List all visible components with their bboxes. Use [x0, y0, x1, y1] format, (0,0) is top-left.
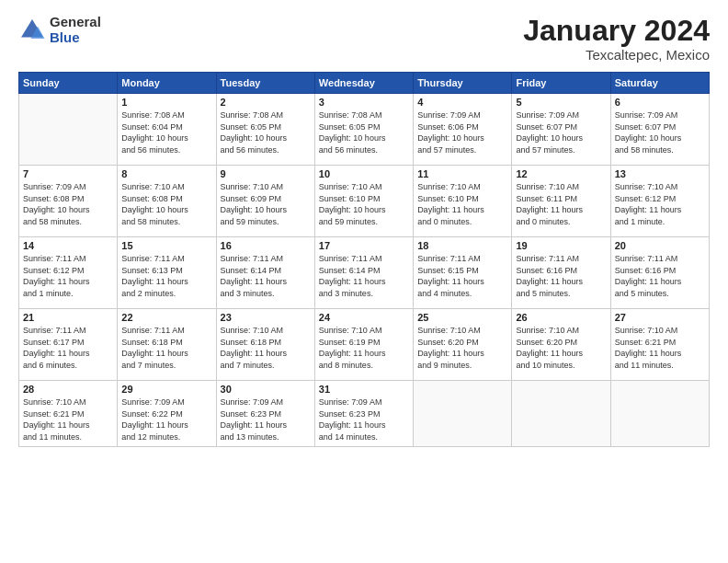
day-info: Sunrise: 7:09 AM Sunset: 6:07 PM Dayligh…: [615, 109, 705, 155]
day-number: 18: [417, 240, 507, 251]
day-number: 23: [221, 312, 311, 323]
day-info: Sunrise: 7:09 AM Sunset: 6:22 PM Dayligh…: [121, 396, 211, 442]
day-number: 14: [23, 240, 113, 251]
day-info: Sunrise: 7:10 AM Sunset: 6:20 PM Dayligh…: [417, 325, 507, 371]
day-cell: 9Sunrise: 7:10 AM Sunset: 6:09 PM Daylig…: [216, 166, 314, 237]
logo: General Blue: [18, 15, 101, 45]
day-number: 3: [319, 97, 409, 108]
calendar-subtitle: Texcaltepec, Mexico: [523, 47, 710, 63]
day-number: 12: [516, 168, 606, 179]
day-number: 11: [417, 168, 507, 179]
day-number: 22: [121, 312, 211, 323]
day-cell: 1Sunrise: 7:08 AM Sunset: 6:04 PM Daylig…: [118, 94, 216, 166]
day-cell: 10Sunrise: 7:10 AM Sunset: 6:10 PM Dayli…: [314, 166, 413, 237]
day-info: Sunrise: 7:11 AM Sunset: 6:13 PM Dayligh…: [121, 253, 211, 299]
day-number: 31: [319, 384, 409, 395]
day-cell: 21Sunrise: 7:11 AM Sunset: 6:17 PM Dayli…: [19, 309, 118, 381]
day-number: 16: [221, 240, 311, 251]
day-info: Sunrise: 7:11 AM Sunset: 6:14 PM Dayligh…: [221, 253, 311, 299]
day-cell: 19Sunrise: 7:11 AM Sunset: 6:16 PM Dayli…: [512, 237, 610, 309]
week-row-5: 28Sunrise: 7:10 AM Sunset: 6:21 PM Dayli…: [19, 381, 710, 446]
title-block: January 2024 Texcaltepec, Mexico: [523, 15, 710, 63]
week-row-4: 21Sunrise: 7:11 AM Sunset: 6:17 PM Dayli…: [19, 309, 710, 381]
col-header-thursday: Thursday: [414, 73, 512, 94]
day-number: 19: [516, 240, 606, 251]
day-cell: [414, 381, 512, 446]
day-info: Sunrise: 7:11 AM Sunset: 6:16 PM Dayligh…: [516, 253, 606, 299]
day-info: Sunrise: 7:09 AM Sunset: 6:07 PM Dayligh…: [516, 109, 606, 155]
day-number: 10: [319, 168, 409, 179]
page: General Blue January 2024 Texcaltepec, M…: [0, 0, 728, 563]
day-info: Sunrise: 7:10 AM Sunset: 6:21 PM Dayligh…: [23, 396, 113, 442]
day-cell: 12Sunrise: 7:10 AM Sunset: 6:11 PM Dayli…: [512, 166, 610, 237]
day-info: Sunrise: 7:11 AM Sunset: 6:15 PM Dayligh…: [417, 253, 507, 299]
day-number: 4: [417, 97, 507, 108]
day-number: 15: [121, 240, 211, 251]
day-info: Sunrise: 7:10 AM Sunset: 6:09 PM Dayligh…: [221, 181, 311, 227]
calendar-header: SundayMondayTuesdayWednesdayThursdayFrid…: [19, 73, 710, 94]
day-number: 29: [121, 384, 211, 395]
week-row-1: 1Sunrise: 7:08 AM Sunset: 6:04 PM Daylig…: [19, 94, 710, 166]
day-info: Sunrise: 7:09 AM Sunset: 6:08 PM Dayligh…: [23, 181, 113, 227]
day-cell: 5Sunrise: 7:09 AM Sunset: 6:07 PM Daylig…: [512, 94, 610, 166]
day-cell: 22Sunrise: 7:11 AM Sunset: 6:18 PM Dayli…: [118, 309, 216, 381]
day-cell: 30Sunrise: 7:09 AM Sunset: 6:23 PM Dayli…: [216, 381, 314, 446]
day-info: Sunrise: 7:10 AM Sunset: 6:20 PM Dayligh…: [516, 325, 606, 371]
day-cell: 24Sunrise: 7:10 AM Sunset: 6:19 PM Dayli…: [314, 309, 413, 381]
day-info: Sunrise: 7:10 AM Sunset: 6:08 PM Dayligh…: [121, 181, 211, 227]
day-number: 6: [615, 97, 705, 108]
day-number: 7: [23, 168, 113, 179]
day-cell: 25Sunrise: 7:10 AM Sunset: 6:20 PM Dayli…: [414, 309, 512, 381]
day-info: Sunrise: 7:09 AM Sunset: 6:23 PM Dayligh…: [221, 396, 311, 442]
day-number: 1: [121, 97, 211, 108]
day-info: Sunrise: 7:10 AM Sunset: 6:11 PM Dayligh…: [516, 181, 606, 227]
day-number: 27: [615, 312, 705, 323]
day-number: 28: [23, 384, 113, 395]
calendar-table: SundayMondayTuesdayWednesdayThursdayFrid…: [18, 72, 710, 446]
day-number: 25: [417, 312, 507, 323]
day-cell: 16Sunrise: 7:11 AM Sunset: 6:14 PM Dayli…: [216, 237, 314, 309]
day-number: 24: [319, 312, 409, 323]
day-cell: 4Sunrise: 7:09 AM Sunset: 6:06 PM Daylig…: [414, 94, 512, 166]
day-cell: 14Sunrise: 7:11 AM Sunset: 6:12 PM Dayli…: [19, 237, 118, 309]
day-info: Sunrise: 7:09 AM Sunset: 6:06 PM Dayligh…: [417, 109, 507, 155]
day-cell: 3Sunrise: 7:08 AM Sunset: 6:05 PM Daylig…: [314, 94, 413, 166]
header-row: SundayMondayTuesdayWednesdayThursdayFrid…: [19, 73, 710, 94]
day-info: Sunrise: 7:10 AM Sunset: 6:12 PM Dayligh…: [615, 181, 705, 227]
col-header-tuesday: Tuesday: [216, 73, 314, 94]
day-cell: [610, 381, 709, 446]
day-cell: 29Sunrise: 7:09 AM Sunset: 6:22 PM Dayli…: [118, 381, 216, 446]
col-header-friday: Friday: [512, 73, 610, 94]
day-number: 17: [319, 240, 409, 251]
day-info: Sunrise: 7:11 AM Sunset: 6:12 PM Dayligh…: [23, 253, 113, 299]
day-cell: 11Sunrise: 7:10 AM Sunset: 6:10 PM Dayli…: [414, 166, 512, 237]
day-cell: 31Sunrise: 7:09 AM Sunset: 6:23 PM Dayli…: [314, 381, 413, 446]
day-cell: 27Sunrise: 7:10 AM Sunset: 6:21 PM Dayli…: [610, 309, 709, 381]
day-info: Sunrise: 7:08 AM Sunset: 6:05 PM Dayligh…: [221, 109, 311, 155]
week-row-2: 7Sunrise: 7:09 AM Sunset: 6:08 PM Daylig…: [19, 166, 710, 237]
logo-blue-text: Blue: [50, 30, 101, 46]
day-number: 13: [615, 168, 705, 179]
day-info: Sunrise: 7:10 AM Sunset: 6:10 PM Dayligh…: [319, 181, 409, 227]
day-info: Sunrise: 7:11 AM Sunset: 6:14 PM Dayligh…: [319, 253, 409, 299]
day-info: Sunrise: 7:10 AM Sunset: 6:10 PM Dayligh…: [417, 181, 507, 227]
day-cell: 23Sunrise: 7:10 AM Sunset: 6:18 PM Dayli…: [216, 309, 314, 381]
day-cell: [19, 94, 118, 166]
day-info: Sunrise: 7:11 AM Sunset: 6:16 PM Dayligh…: [615, 253, 705, 299]
day-info: Sunrise: 7:09 AM Sunset: 6:23 PM Dayligh…: [319, 396, 409, 442]
day-info: Sunrise: 7:08 AM Sunset: 6:05 PM Dayligh…: [319, 109, 409, 155]
day-cell: 15Sunrise: 7:11 AM Sunset: 6:13 PM Dayli…: [118, 237, 216, 309]
calendar-title: January 2024: [523, 15, 710, 47]
day-cell: 17Sunrise: 7:11 AM Sunset: 6:14 PM Dayli…: [314, 237, 413, 309]
day-cell: 6Sunrise: 7:09 AM Sunset: 6:07 PM Daylig…: [610, 94, 709, 166]
day-number: 26: [516, 312, 606, 323]
day-cell: 13Sunrise: 7:10 AM Sunset: 6:12 PM Dayli…: [610, 166, 709, 237]
logo-general-text: General: [50, 15, 101, 30]
day-cell: 18Sunrise: 7:11 AM Sunset: 6:15 PM Dayli…: [414, 237, 512, 309]
day-cell: 26Sunrise: 7:10 AM Sunset: 6:20 PM Dayli…: [512, 309, 610, 381]
logo-text: General Blue: [50, 15, 101, 45]
day-cell: 28Sunrise: 7:10 AM Sunset: 6:21 PM Dayli…: [19, 381, 118, 446]
logo-icon: [18, 17, 46, 44]
day-cell: [512, 381, 610, 446]
col-header-monday: Monday: [118, 73, 216, 94]
